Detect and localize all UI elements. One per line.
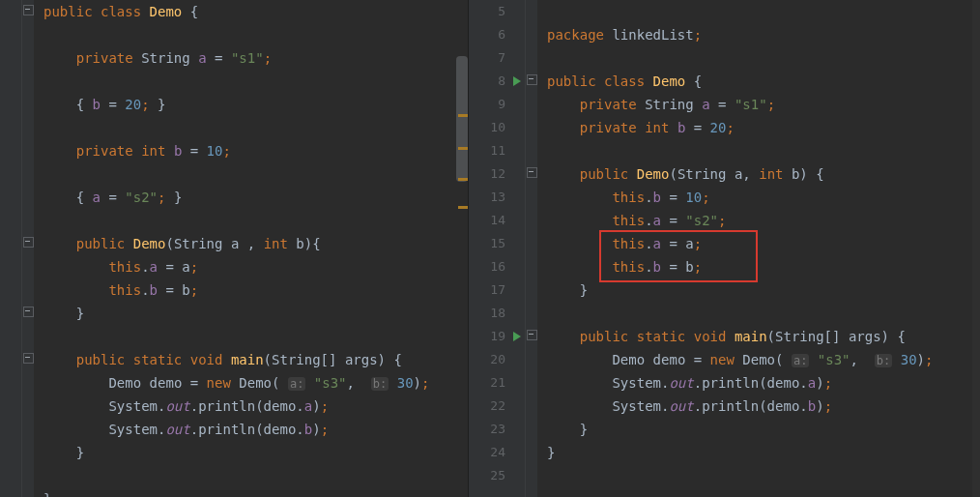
code-line[interactable]: public static void main(String[] args) { xyxy=(547,325,980,348)
line-number: 13 xyxy=(469,186,525,209)
line-number: 16 xyxy=(469,255,525,278)
code-line[interactable]: } xyxy=(547,418,980,441)
code-line[interactable]: private int b = 10; xyxy=(43,139,468,162)
right-minimap[interactable] xyxy=(972,0,980,497)
fold-icon[interactable] xyxy=(23,353,34,364)
code-line[interactable]: System.out.println(demo.b); xyxy=(547,395,980,418)
line-number: 20 xyxy=(469,348,525,371)
code-line[interactable] xyxy=(547,464,980,487)
code-line[interactable] xyxy=(547,139,980,162)
code-line[interactable]: } xyxy=(43,441,468,464)
line-number: 22 xyxy=(469,395,525,418)
code-line[interactable] xyxy=(547,46,980,70)
code-line[interactable]: public Demo(String a , int b){ xyxy=(43,232,468,255)
line-number-column: 5678910111213141516171819202122232425 xyxy=(469,0,525,487)
code-line[interactable]: Demo demo = new Demo( a: "s3", b: 30); xyxy=(43,371,468,395)
right-code-area[interactable]: package linkedList;public class Demo { p… xyxy=(537,0,980,497)
line-number: 12 xyxy=(469,162,525,186)
code-line[interactable]: public static void main(String[] args) { xyxy=(43,348,468,371)
code-line[interactable]: Demo demo = new Demo( a: "s3", b: 30); xyxy=(547,348,980,371)
code-line[interactable] xyxy=(43,116,468,139)
code-line[interactable]: System.out.println(demo.b); xyxy=(43,418,468,441)
code-line[interactable]: this.b = b; xyxy=(43,278,468,302)
code-line[interactable]: private String a = "s1"; xyxy=(43,46,468,70)
code-line[interactable]: System.out.println(demo.a); xyxy=(547,371,980,395)
code-line[interactable]: private int b = 20; xyxy=(547,116,980,139)
fold-icon[interactable] xyxy=(23,237,34,248)
line-number: 15 xyxy=(469,232,525,255)
line-number: 11 xyxy=(469,139,525,162)
left-editor-pane: public class Demo { private String a = "… xyxy=(0,0,469,497)
code-line[interactable]: } xyxy=(547,441,980,464)
fold-icon[interactable] xyxy=(527,330,537,340)
code-line[interactable]: this.a = a; xyxy=(43,255,468,278)
change-marker[interactable] xyxy=(458,206,468,209)
diff-view-root: public class Demo { private String a = "… xyxy=(0,0,980,497)
left-code-area[interactable]: public class Demo { private String a = "… xyxy=(34,0,468,497)
code-line[interactable] xyxy=(43,464,468,487)
line-number: 5 xyxy=(469,0,525,23)
code-line[interactable]: } xyxy=(43,487,468,497)
fold-icon[interactable] xyxy=(527,167,537,178)
code-line[interactable]: this.a = "s2"; xyxy=(547,209,980,232)
code-line[interactable] xyxy=(43,162,468,186)
code-line[interactable] xyxy=(43,70,468,93)
left-change-markers xyxy=(456,0,468,497)
code-line[interactable] xyxy=(43,209,468,232)
code-line[interactable] xyxy=(43,325,468,348)
code-line[interactable]: } xyxy=(547,278,980,302)
right-fold-column xyxy=(526,0,537,497)
code-line[interactable]: package linkedList; xyxy=(547,23,980,46)
vertical-scrollbar[interactable] xyxy=(456,56,468,182)
code-line[interactable]: private String a = "s1"; xyxy=(547,93,980,116)
change-marker[interactable] xyxy=(458,147,468,150)
left-fold-column xyxy=(22,0,34,497)
line-number: 19 xyxy=(469,325,525,348)
code-line[interactable]: { b = 20; } xyxy=(43,93,468,116)
line-number: 14 xyxy=(469,209,525,232)
line-number: 7 xyxy=(469,46,525,70)
line-number: 6 xyxy=(469,23,525,46)
line-number: 10 xyxy=(469,116,525,139)
code-line[interactable] xyxy=(547,0,980,23)
fold-icon[interactable] xyxy=(23,307,34,317)
right-editor-pane: 5678910111213141516171819202122232425 pa… xyxy=(469,0,980,497)
fold-icon[interactable] xyxy=(527,74,537,85)
line-number: 17 xyxy=(469,278,525,302)
change-marker[interactable] xyxy=(458,178,468,181)
code-line[interactable]: this.b = 10; xyxy=(547,186,980,209)
line-number: 25 xyxy=(469,464,525,487)
line-number: 24 xyxy=(469,441,525,464)
right-gutter: 5678910111213141516171819202122232425 xyxy=(469,0,526,497)
code-line[interactable]: } xyxy=(43,302,468,325)
code-line[interactable]: this.b = b; xyxy=(547,255,980,278)
code-line[interactable] xyxy=(43,23,468,46)
fold-icon[interactable] xyxy=(23,5,34,15)
left-gutter xyxy=(0,0,22,497)
line-number: 18 xyxy=(469,302,525,325)
line-number: 21 xyxy=(469,371,525,395)
line-number: 23 xyxy=(469,418,525,441)
change-marker[interactable] xyxy=(458,114,468,117)
line-number: 8 xyxy=(469,70,525,93)
code-line[interactable]: public class Demo { xyxy=(547,70,980,93)
code-line[interactable]: this.a = a; xyxy=(547,232,980,255)
code-line[interactable] xyxy=(547,302,980,325)
line-number: 9 xyxy=(469,93,525,116)
code-line[interactable]: public class Demo { xyxy=(43,0,468,23)
code-line[interactable]: System.out.println(demo.a); xyxy=(43,395,468,418)
code-line[interactable]: { a = "s2"; } xyxy=(43,186,468,209)
code-line[interactable]: public Demo(String a, int b) { xyxy=(547,162,980,186)
